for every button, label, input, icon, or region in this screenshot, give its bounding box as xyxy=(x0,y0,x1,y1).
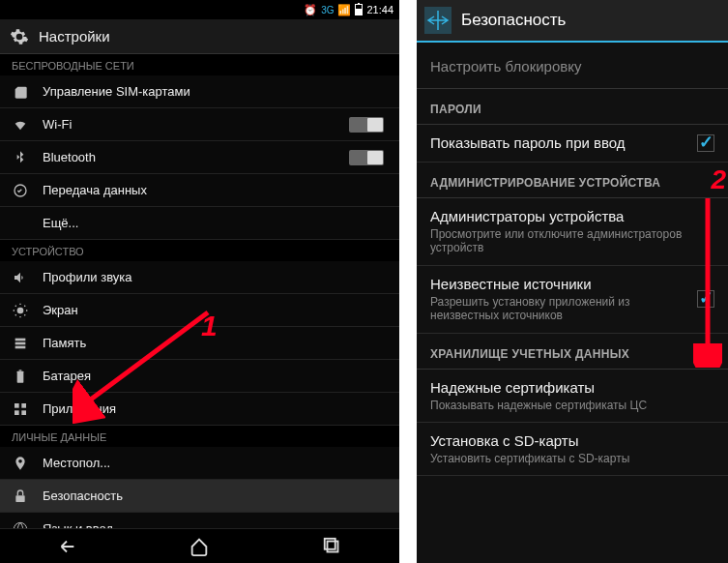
item-sublabel: Разрешить установку приложений из неизве… xyxy=(430,295,687,323)
svg-rect-5 xyxy=(17,370,24,382)
item-label: Профили звука xyxy=(43,270,388,284)
item-unknown-sources[interactable]: Неизвестные источники Разрешить установк… xyxy=(417,266,728,334)
svg-rect-4 xyxy=(15,345,26,348)
svg-rect-8 xyxy=(21,403,26,408)
back-button[interactable] xyxy=(56,536,77,557)
item-display[interactable]: Экран xyxy=(0,294,399,327)
apps-icon xyxy=(12,400,29,418)
item-label: Bluetooth xyxy=(43,150,335,164)
item-sublabel: Показывать надежные сертификаты ЦС xyxy=(430,399,714,412)
storage-icon xyxy=(12,335,29,352)
item-label: Батарея xyxy=(43,369,388,383)
item-battery[interactable]: Батарея xyxy=(0,360,399,393)
item-label: Передача данных xyxy=(43,183,388,197)
svg-rect-2 xyxy=(15,338,26,341)
item-label: Управление SIM-картами xyxy=(43,84,388,99)
show-password-checkbox[interactable] xyxy=(697,134,714,152)
item-label: Местопол... xyxy=(43,456,388,470)
item-label: Приложения xyxy=(43,401,388,416)
recent-button[interactable] xyxy=(322,536,343,557)
status-bar: ⏰ 3G 📶 21:44 xyxy=(0,0,399,19)
sound-icon xyxy=(12,269,29,286)
svg-rect-15 xyxy=(325,538,335,548)
settings-screen: ⏰ 3G 📶 21:44 Настройки БЕСПРОВОДНЫЕ СЕТИ… xyxy=(0,0,399,563)
title-bar: Безопасность xyxy=(417,0,728,43)
item-label: Показывать пароль при ввод xyxy=(430,134,687,152)
section-device: УСТРОЙСТВО xyxy=(0,240,399,261)
section-wireless: БЕСПРОВОДНЫЕ СЕТИ xyxy=(0,54,399,75)
data-icon xyxy=(12,182,29,199)
gear-icon xyxy=(10,27,29,46)
network-type: 3G xyxy=(321,5,334,15)
item-security[interactable]: Безопасность xyxy=(0,480,399,513)
svg-rect-14 xyxy=(328,541,338,551)
item-location[interactable]: Местопол... xyxy=(0,447,399,480)
wifi-icon xyxy=(12,116,29,133)
bluetooth-toggle[interactable] xyxy=(349,150,384,165)
clock: 21:44 xyxy=(366,4,393,15)
display-icon xyxy=(12,302,29,319)
item-sublabel: Установить сертификаты с SD-карты xyxy=(430,452,714,465)
item-bluetooth[interactable]: Bluetooth xyxy=(0,141,399,174)
item-label: Wi-Fi xyxy=(43,117,335,132)
svg-rect-11 xyxy=(15,495,24,502)
battery-icon xyxy=(12,368,29,385)
item-label: Язык и ввод xyxy=(43,521,388,528)
item-wifi[interactable]: Wi-Fi xyxy=(0,108,399,141)
item-label: Неизвестные источники xyxy=(430,276,687,293)
item-sim[interactable]: Управление SIM-картами xyxy=(0,75,399,108)
item-language[interactable]: Язык и ввод xyxy=(0,513,399,528)
item-label: Безопасность xyxy=(43,489,388,503)
item-show-password[interactable]: Показывать пароль при ввод xyxy=(417,125,728,163)
section-passwords: ПАРОЛИ xyxy=(417,89,728,125)
blank-icon xyxy=(12,215,29,232)
lock-icon xyxy=(12,488,29,505)
item-trusted-certs[interactable]: Надежные сертификаты Показывать надежные… xyxy=(417,370,728,423)
sim-icon xyxy=(12,83,29,101)
item-label: Установка с SD-карты xyxy=(430,432,714,450)
back-icon[interactable] xyxy=(424,7,451,34)
item-device-admin[interactable]: Администраторы устройства Просмотрите ил… xyxy=(417,198,728,266)
signal-icon: 📶 xyxy=(337,4,351,16)
home-button[interactable] xyxy=(189,536,210,557)
wifi-toggle[interactable] xyxy=(349,117,384,133)
page-title: Настройки xyxy=(39,28,110,44)
section-credentials: ХРАНИЛИЩЕ УЧЕТНЫХ ДАННЫХ xyxy=(417,334,728,370)
item-memory[interactable]: Память xyxy=(0,327,399,360)
svg-rect-3 xyxy=(15,341,26,344)
item-label: Ещё... xyxy=(43,216,388,230)
item-sd-install[interactable]: Установка с SD-карты Установить сертифик… xyxy=(417,423,728,476)
bluetooth-icon xyxy=(12,149,29,166)
item-apps[interactable]: Приложения xyxy=(0,393,399,426)
title-bar: Настройки xyxy=(0,19,399,54)
item-sound[interactable]: Профили звука xyxy=(0,261,399,294)
item-lock-setup[interactable]: Настроить блокировку xyxy=(417,43,728,89)
item-label: Настроить блокировку xyxy=(430,58,581,74)
item-data-usage[interactable]: Передача данных xyxy=(0,174,399,207)
section-admin: АДМИНИСТРИРОВАНИЕ УСТРОЙСТВА xyxy=(417,163,728,198)
page-title: Безопасность xyxy=(461,11,566,30)
location-icon xyxy=(12,455,29,472)
item-label: Память xyxy=(43,336,388,350)
security-list[interactable]: Настроить блокировку ПАРОЛИ Показывать п… xyxy=(417,43,728,476)
item-sublabel: Просмотрите или отключите администраторо… xyxy=(430,227,714,255)
battery-icon xyxy=(355,4,363,15)
unknown-sources-checkbox[interactable] xyxy=(697,290,714,308)
svg-point-1 xyxy=(17,307,24,313)
alarm-icon: ⏰ xyxy=(304,4,317,16)
item-label: Экран xyxy=(43,303,388,317)
item-more[interactable]: Ещё... xyxy=(0,207,399,240)
svg-rect-10 xyxy=(21,410,26,415)
section-personal: ЛИЧНЫЕ ДАННЫЕ xyxy=(0,426,399,447)
svg-rect-6 xyxy=(19,370,22,370)
security-screen: Безопасность Настроить блокировку ПАРОЛИ… xyxy=(417,0,728,563)
svg-rect-7 xyxy=(15,403,19,408)
item-label: Администраторы устройства xyxy=(430,208,714,225)
settings-list[interactable]: БЕСПРОВОДНЫЕ СЕТИ Управление SIM-картами… xyxy=(0,54,399,528)
language-icon xyxy=(12,520,29,529)
nav-bar xyxy=(0,528,399,563)
svg-rect-9 xyxy=(15,410,19,415)
item-label: Надежные сертификаты xyxy=(430,379,714,397)
